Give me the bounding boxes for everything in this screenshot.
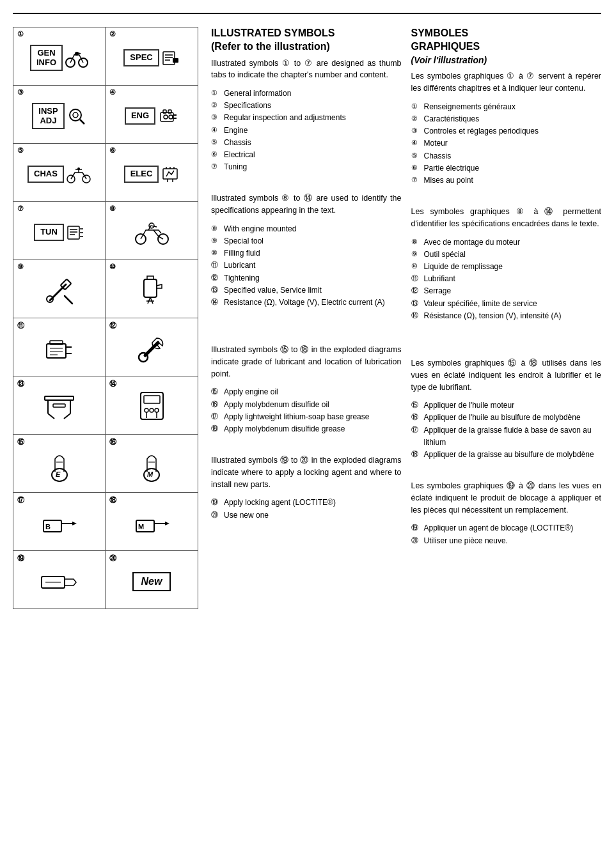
list-item: ⑭Résistance (Ω), tension (V), intensité … (411, 310, 602, 322)
page-container: ① GENINFO ② (13, 27, 601, 609)
cell-num-9: ⑨ (17, 263, 24, 271)
list-item: ③Controles et réglages periodiques (411, 125, 602, 137)
multimeter-icon (138, 389, 166, 424)
cell-num-17: ⑰ (17, 495, 24, 505)
list-item: ②Specifications (211, 100, 402, 112)
grid-row-1: ① GENINFO ② (13, 27, 198, 86)
list-item: ⑱Apply molybdenum disulfide grease (211, 423, 402, 435)
list-item: ⑯Apply molybdenum disulfide oil (211, 399, 402, 411)
list-item: ⑥Partie électrique (411, 162, 602, 174)
english-list-1: ①General information ②Specifications ③Re… (211, 88, 402, 173)
svg-point-17 (169, 115, 173, 119)
svg-rect-42 (47, 344, 66, 358)
cell-8: ⑧ (106, 202, 198, 260)
svg-rect-50 (45, 396, 74, 400)
insp-icon (67, 107, 86, 126)
cell-15: ⑮ E (13, 435, 106, 492)
list-item: ⑤Chassis (411, 150, 602, 162)
cell-1: ① GENINFO (13, 27, 106, 85)
list-item: ⑦Mises au point (411, 174, 602, 187)
cell-9: ⑨ (13, 260, 106, 318)
cell-10: ⑩ (106, 260, 198, 318)
svg-rect-57 (144, 396, 160, 403)
list-item: ⑬Valeur spécifiée, limite de service (411, 298, 602, 310)
svg-point-60 (155, 408, 159, 412)
english-intro-4: Illustrated symbols ⑲ to ⑳ in the explod… (211, 454, 402, 490)
cell-11: ⑪ (13, 318, 106, 376)
french-title: SYMBOLES GRAPHIQUES (Voir l'illustration… (411, 27, 602, 66)
english-col: ILLUSTRATED SYMBOLS (Refer to the illust… (211, 27, 402, 609)
symbols-grid: ① GENINFO ② (13, 27, 198, 609)
tab-insp-adj: INSPADJ (32, 103, 64, 129)
tab-gen-info: GENINFO (30, 45, 63, 71)
cell-num-3: ③ (17, 88, 24, 97)
cell-num-1: ① (17, 30, 24, 38)
svg-point-16 (164, 115, 168, 119)
list-item: ①General information (211, 88, 402, 100)
svg-line-40 (65, 296, 72, 304)
cell-num-7: ⑦ (17, 205, 24, 213)
grid-row-10: ⑲ ⑳ New (13, 551, 198, 608)
cell-num-18: ⑱ (109, 495, 116, 505)
svg-point-58 (145, 408, 148, 412)
grid-row-4: ⑦ TUN (13, 202, 198, 260)
french-list-3: ⑮Appliquer de l'huile moteur ⑯Appliquer … (411, 399, 602, 461)
grease-b-icon: B (42, 511, 77, 536)
english-title: ILLUSTRATED SYMBOLS (Refer to the illust… (211, 27, 402, 54)
oil-m-icon: M (139, 446, 164, 484)
cell-17: ⑰ B (13, 493, 106, 550)
cell-16: ⑯ M (106, 435, 198, 492)
cell-20: ⑳ New (106, 551, 198, 608)
svg-point-10 (73, 112, 78, 118)
list-item: ⑩Filling fluid (211, 247, 402, 260)
cell-num-5: ⑤ (17, 146, 24, 155)
svg-text:M: M (147, 470, 154, 478)
svg-rect-13 (168, 110, 171, 113)
list-item: ⑨Outil spécial (411, 249, 602, 261)
list-item: ⑪Lubricant (211, 260, 402, 272)
moto2-icon (134, 221, 169, 245)
cell-6: ⑥ ELEC (106, 144, 198, 201)
french-intro-2: Les symboles graphiques ⑧ à ⑭ permettent… (411, 206, 602, 230)
list-item: ⑭Resistance (Ω), Voltage (V), Electric c… (211, 297, 402, 309)
svg-rect-53 (53, 404, 65, 407)
cell-2: ② SPEC (106, 27, 198, 85)
grease-m-icon: M (134, 511, 169, 536)
cell-num-14: ⑭ (109, 379, 116, 389)
list-item: ⑤Chassis (211, 137, 402, 149)
cell-num-11: ⑪ (17, 321, 24, 330)
list-item: ⑯Appliquer de l'huile au bisulfure de mo… (411, 412, 602, 424)
eng-icon (158, 107, 178, 125)
grid-row-7: ⑬ ⑭ (13, 376, 198, 435)
list-item: ⑲Apply locking agent (LOCTITE®) (211, 497, 402, 509)
tab-elec: ELEC (124, 166, 159, 182)
cell-19: ⑲ (13, 551, 106, 608)
cell-3: ③ INSPADJ (13, 86, 106, 143)
svg-line-9 (80, 120, 84, 124)
svg-text:B: B (45, 523, 51, 531)
list-item: ④Engine (211, 125, 402, 137)
oil-e-icon: E (47, 446, 72, 484)
english-intro-2: Illustrated symbols ⑧ to ⑭ are used to i… (211, 192, 402, 217)
list-item: ⑪Lubrifiant (411, 273, 602, 285)
list-item: ①Renseignements généraux (411, 101, 602, 113)
svg-marker-74 (165, 522, 169, 525)
svg-point-49 (139, 353, 148, 362)
lubricant-icon (43, 334, 75, 363)
cell-14: ⑭ (106, 376, 198, 434)
list-item: ⑦Tuning (211, 161, 402, 173)
list-item: ⑱Appliquer de la graisse au bisulfure de… (411, 449, 602, 461)
svg-rect-41 (144, 279, 157, 297)
grid-row-9: ⑰ B ⑱ M (13, 493, 198, 551)
list-item: ②Caractéristiques (411, 113, 602, 125)
list-item: ⑧Avec de montage du moteur (411, 236, 602, 249)
grid-row-2: ③ INSPADJ ④ ENG (13, 86, 198, 144)
svg-rect-7 (173, 58, 178, 63)
cell-num-12: ⑫ (109, 321, 116, 330)
svg-rect-12 (163, 110, 166, 113)
tab-chas: CHAS (28, 166, 64, 182)
list-item: ⑰Appliquer de la graisse fluide à base d… (411, 424, 602, 449)
svg-point-20 (77, 167, 80, 170)
grid-row-8: ⑮ E ⑯ M (13, 435, 198, 493)
french-intro-1: Les symboles graphiques ① à ⑦ servent à … (411, 70, 602, 95)
